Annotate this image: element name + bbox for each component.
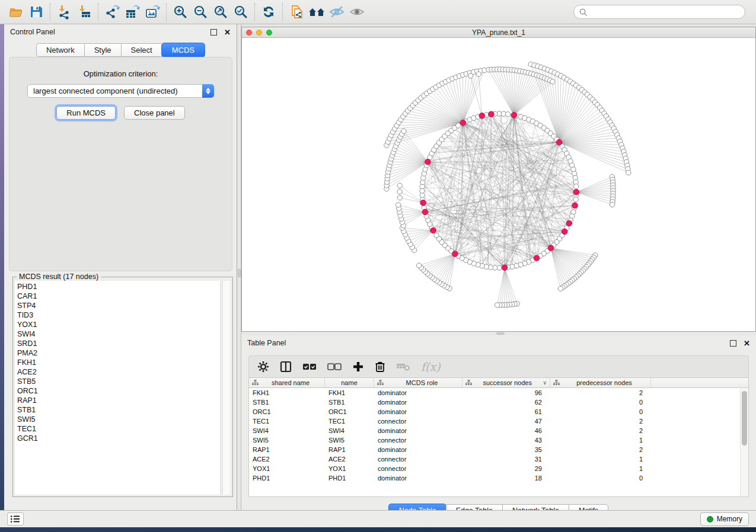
mcds-result-item[interactable]: PHD1 — [17, 282, 220, 291]
table-row[interactable]: SWI4SWI4dominator462 — [249, 426, 748, 435]
mcds-hub-node[interactable] — [422, 209, 428, 215]
column-header-shared-name[interactable]: shared name — [249, 378, 325, 387]
mcds-result-item[interactable]: ORC1 — [17, 386, 220, 396]
leaf-node[interactable] — [550, 79, 555, 84]
export-table-icon[interactable] — [122, 2, 142, 21]
leaf-node[interactable] — [397, 189, 402, 194]
leaf-node[interactable] — [558, 286, 563, 291]
float-panel-icon[interactable] — [730, 340, 736, 347]
memory-button[interactable]: Memory — [700, 512, 749, 526]
import-network-icon[interactable] — [54, 2, 74, 21]
mcds-hub-node[interactable] — [489, 111, 495, 117]
show-all-eye-icon[interactable] — [347, 2, 367, 21]
search-field[interactable] — [573, 5, 745, 19]
houses-icon[interactable] — [307, 2, 327, 21]
network-node[interactable] — [505, 112, 510, 117]
splitter-handle[interactable] — [238, 269, 241, 277]
mcds-result-item[interactable]: TEC1 — [17, 424, 220, 434]
column-header-predecessor-nodes[interactable]: predecessor nodes — [550, 378, 651, 387]
mcds-result-item[interactable]: ACE2 — [17, 367, 220, 377]
network-node[interactable] — [574, 184, 579, 189]
table-row[interactable]: PHD1PHD1dominator180 — [249, 473, 748, 483]
tab-style[interactable]: Style — [84, 43, 121, 57]
leaf-node[interactable] — [468, 73, 473, 78]
leaf-node[interactable] — [626, 170, 631, 175]
mcds-hub-node[interactable] — [566, 220, 572, 226]
mcds-result-item[interactable]: SWI4 — [17, 329, 220, 339]
leaf-node[interactable] — [476, 72, 481, 76]
leaf-node[interactable] — [395, 203, 400, 207]
network-window-titlebar[interactable]: YPA_prune.txt_1 — [242, 27, 755, 38]
close-panel-icon[interactable]: ✕ — [744, 340, 750, 347]
optimization-criterion-select[interactable]: largest connected component (undirected) — [27, 84, 214, 98]
table-row[interactable]: STB1STB1dominator620 — [249, 398, 748, 407]
mcds-result-item[interactable]: TID3 — [17, 310, 220, 320]
mcds-result-item[interactable]: CAR1 — [17, 291, 220, 301]
mcds-result-item[interactable]: SRD1 — [17, 339, 220, 348]
leaf-node[interactable] — [397, 196, 402, 200]
mcds-hub-node[interactable] — [502, 265, 508, 271]
search-input[interactable] — [588, 8, 740, 16]
mcds-hub-node[interactable] — [562, 229, 567, 235]
close-panel-button[interactable]: Close panel — [124, 106, 185, 120]
delete-table-icon[interactable] — [396, 361, 410, 372]
run-mcds-button[interactable]: Run MCDS — [56, 106, 116, 120]
splitter-handle[interactable] — [496, 332, 505, 335]
tab-mcds[interactable]: MCDS — [161, 43, 205, 57]
network-graph-canvas[interactable] — [242, 38, 755, 331]
mcds-result-item[interactable]: STP4 — [17, 301, 220, 310]
mcds-hub-node[interactable] — [548, 245, 554, 251]
mcds-result-item[interactable]: STB1 — [17, 405, 220, 415]
mcds-hub-node[interactable] — [573, 189, 579, 195]
mcds-result-item[interactable]: FKH1 — [17, 358, 220, 367]
save-icon[interactable] — [26, 2, 46, 21]
zoom-selected-icon[interactable] — [231, 2, 251, 21]
mcds-result-item[interactable]: YOX1 — [17, 320, 220, 329]
mcds-hub-node[interactable] — [460, 120, 466, 126]
mcds-hub-node[interactable] — [430, 227, 436, 233]
mcds-hub-node[interactable] — [534, 255, 540, 261]
network-node[interactable] — [573, 197, 578, 201]
leaf-node[interactable] — [416, 263, 421, 268]
leaf-node[interactable] — [397, 183, 402, 188]
mcds-hub-node[interactable] — [479, 113, 485, 119]
mcds-hub-node[interactable] — [511, 113, 517, 118]
table-row[interactable]: RAP1RAP1dominator352 — [249, 445, 748, 454]
mcds-result-item[interactable]: RAP1 — [17, 396, 220, 405]
tab-select[interactable]: Select — [121, 43, 162, 57]
export-image-icon[interactable] — [142, 2, 162, 21]
network-node[interactable] — [434, 233, 439, 238]
tab-network[interactable]: Network — [36, 43, 84, 57]
scrollbar-thumb[interactable] — [742, 391, 747, 446]
vertical-splitter[interactable] — [237, 24, 241, 510]
deselect-all-icon[interactable] — [327, 362, 342, 371]
mcds-result-item[interactable]: GCR1 — [17, 434, 220, 443]
column-header-successor-nodes[interactable]: successor nodes∨ — [462, 378, 550, 387]
mcds-result-item[interactable]: STB5 — [17, 377, 220, 386]
function-builder-icon[interactable]: f(x) — [421, 360, 441, 373]
table-row[interactable]: TEC1TEC1connector472 — [249, 416, 748, 426]
mcds-hub-node[interactable] — [452, 251, 458, 257]
table-row[interactable]: YOX1YOX1connector291 — [249, 464, 748, 473]
mcds-hub-node[interactable] — [572, 203, 578, 209]
duplicate-network-icon[interactable] — [286, 2, 307, 21]
refresh-icon[interactable] — [259, 2, 279, 21]
table-scrollbar[interactable] — [740, 389, 748, 496]
column-layout-icon[interactable] — [280, 361, 292, 373]
table-row[interactable]: ORC1ORC1dominator610 — [249, 407, 748, 416]
close-panel-icon[interactable]: ✕ — [224, 29, 231, 36]
add-row-plus-icon[interactable] — [352, 361, 364, 373]
select-all-icon[interactable] — [302, 362, 317, 371]
zoom-out-icon[interactable] — [190, 2, 210, 21]
mcds-hub-node[interactable] — [556, 139, 562, 145]
task-history-button[interactable] — [7, 512, 24, 525]
column-header-MCDS-role[interactable]: MCDS role — [374, 378, 462, 387]
mcds-result-item[interactable]: SWI5 — [17, 415, 220, 424]
mcds-hub-node[interactable] — [425, 159, 431, 165]
hide-selected-eye-slash-icon[interactable] — [327, 2, 347, 21]
delete-row-trash-icon[interactable] — [375, 361, 385, 373]
settings-gear-icon[interactable] — [257, 361, 269, 373]
float-panel-icon[interactable] — [210, 29, 217, 36]
leaf-node[interactable] — [495, 303, 499, 307]
table-row[interactable]: ACE2ACE2connector311 — [249, 454, 748, 464]
